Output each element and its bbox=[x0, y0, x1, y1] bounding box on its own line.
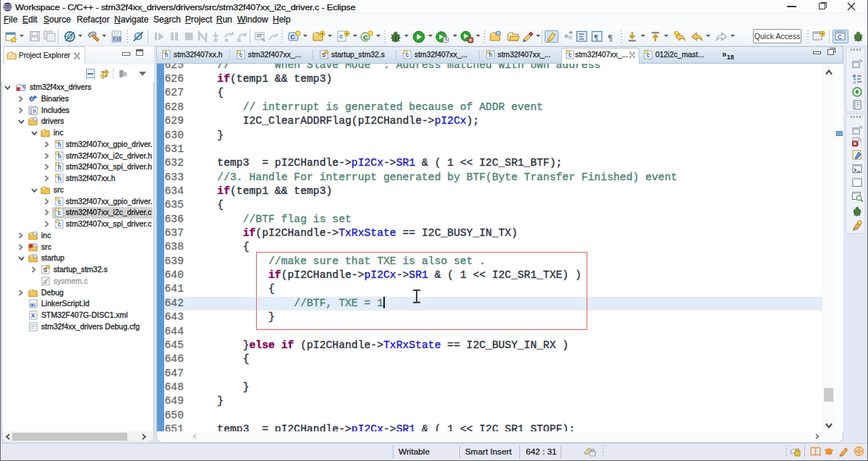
svg-text:h: h bbox=[165, 51, 169, 59]
svg-text:h: h bbox=[58, 141, 61, 148]
svg-text:h: h bbox=[58, 153, 61, 160]
svg-text:h: h bbox=[489, 51, 493, 59]
svg-text:c: c bbox=[406, 51, 409, 59]
svg-text:c: c bbox=[569, 51, 572, 59]
svg-text:X: X bbox=[31, 312, 35, 319]
svg-text:C: C bbox=[291, 33, 296, 41]
svg-text:h: h bbox=[58, 175, 61, 182]
svg-text:¶: ¶ bbox=[608, 32, 613, 43]
svg-text:c: c bbox=[239, 51, 243, 59]
svg-text:h: h bbox=[58, 164, 61, 171]
svg-text:¶: ¶ bbox=[594, 33, 598, 41]
svg-text:h: h bbox=[33, 108, 37, 114]
svg-text:C: C bbox=[22, 83, 26, 90]
svg-text:c: c bbox=[647, 51, 650, 59]
svg-text:c: c bbox=[58, 209, 61, 216]
svg-text:c: c bbox=[58, 221, 61, 228]
svg-text:c: c bbox=[58, 198, 61, 206]
svg-text:C: C bbox=[838, 33, 842, 41]
svg-text:C: C bbox=[363, 33, 368, 41]
svg-text:010: 010 bbox=[114, 36, 122, 41]
svg-text:c: c bbox=[339, 33, 343, 40]
svg-text:LD: LD bbox=[30, 303, 35, 308]
